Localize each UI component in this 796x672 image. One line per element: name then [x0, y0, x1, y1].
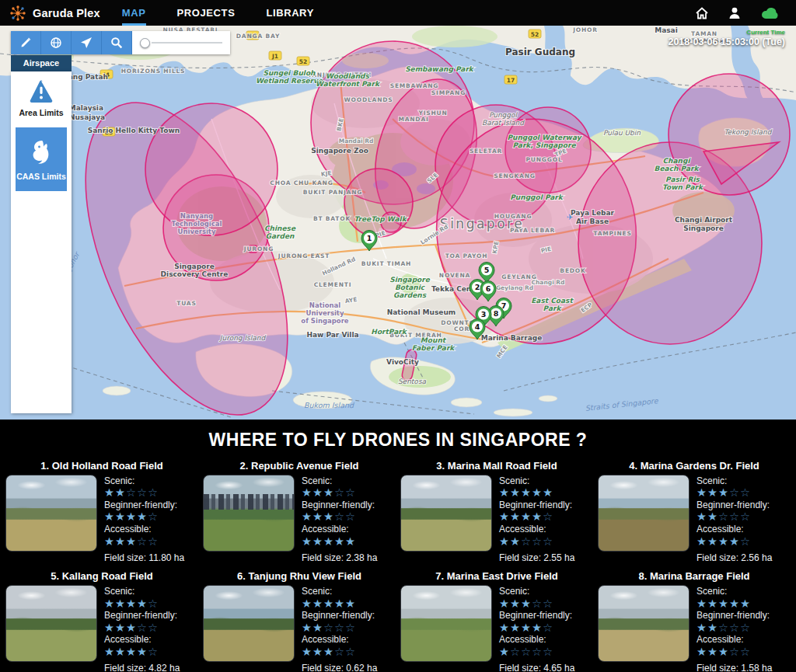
cloud-icon[interactable]	[760, 6, 780, 20]
map-label: Singapore Zoo	[311, 147, 368, 155]
star-filled: ★	[312, 486, 323, 499]
map-label: WOODLANDS	[344, 96, 393, 103]
star-empty: ☆	[510, 646, 521, 658]
star-filled: ★	[115, 510, 126, 523]
star-filled: ★	[532, 622, 543, 634]
field-card-4: 4. Marina Gardens Dr. FieldScenic:★★★☆☆B…	[598, 460, 791, 563]
accessible-stars: ★☆☆☆☆	[499, 646, 593, 659]
rating-label: Beginner-friendly:	[104, 610, 198, 621]
layer-caas-limits[interactable]: CAAS Limits	[16, 127, 67, 191]
scenic-stars: ★★★★★	[302, 597, 396, 611]
accessible-stars: ★★★☆☆	[104, 535, 198, 548]
star-filled: ★	[740, 597, 751, 610]
send-tool-button[interactable]	[72, 31, 102, 54]
star-empty: ☆	[345, 622, 356, 634]
road-shield: 52	[297, 57, 309, 65]
map-label: Punggol	[489, 111, 518, 119]
star-empty: ☆	[148, 597, 159, 610]
star-filled: ★	[696, 510, 707, 523]
field-size: Field size: 2.56 ha	[696, 552, 791, 563]
map-label: SENGKANG	[494, 172, 535, 179]
beginner-stars: ★★★★☆	[499, 510, 593, 524]
map-label: Punggol Waterway	[507, 134, 581, 141]
svg-text:6: 6	[486, 284, 491, 293]
star-empty: ☆	[148, 510, 159, 523]
brand[interactable]: Garuda Plex	[9, 5, 100, 22]
star-filled: ★	[345, 535, 356, 548]
map-label: Pulau Ubin	[603, 129, 641, 137]
map-canvas[interactable]: 525252J4E317J1 NUSA BESTARIDANGA BAYT IN…	[0, 26, 796, 420]
map-label: Gardens	[393, 291, 427, 299]
scenic-stars: ★★★★☆	[104, 597, 198, 611]
draw-tool-button[interactable]	[11, 31, 41, 54]
airspace-panel-tab[interactable]: Airspace	[11, 55, 72, 71]
star-filled: ★	[312, 597, 323, 610]
scenic-stars: ★★★★★	[499, 486, 593, 500]
star-filled: ★	[137, 510, 148, 523]
map-label: Technological	[172, 220, 222, 228]
svg-text:8: 8	[494, 309, 499, 318]
star-empty: ☆	[334, 510, 345, 523]
nav-item-library[interactable]: LIBRARY	[266, 0, 314, 26]
svg-text:52: 52	[531, 31, 539, 38]
star-filled: ★	[115, 535, 126, 548]
beginner-stars: ★★★☆☆	[104, 622, 198, 635]
field-title: 4. Marina Gardens Dr. Field	[598, 460, 791, 472]
map-label: TAMPINES	[593, 230, 631, 237]
map-label: Geylang Rd	[496, 284, 533, 291]
field-photo	[400, 585, 492, 662]
map-label: VivoCity	[386, 358, 419, 366]
rating-label: Scenic:	[499, 586, 593, 597]
star-empty: ☆	[148, 646, 159, 658]
map-label: Haw Par Villa	[306, 331, 358, 339]
field-title: 3. Marina Mall Road Field	[400, 460, 593, 472]
map-label: of Singapore	[301, 317, 349, 325]
slider-track[interactable]	[152, 42, 222, 44]
map-label: Chinese	[264, 225, 296, 232]
rating-label: Scenic:	[302, 586, 396, 597]
star-empty: ☆	[740, 510, 751, 523]
map-label: Mount	[421, 336, 447, 344]
star-empty: ☆	[740, 622, 751, 634]
search-tool-button[interactable]	[102, 31, 132, 54]
caas-zone	[344, 169, 413, 237]
nav-item-map[interactable]: MAP	[122, 0, 146, 26]
map-label: BEDOK	[560, 267, 586, 274]
map-label: KJE	[320, 169, 332, 178]
star-filled: ★	[104, 646, 115, 658]
field-ratings: Scenic:★★★☆☆Beginner-friendly:★★★☆☆Acces…	[302, 475, 396, 563]
star-filled: ★	[104, 597, 115, 610]
star-filled: ★	[115, 622, 126, 634]
map-label: KOTA MASAI	[681, 37, 728, 44]
globe-tool-button[interactable]	[41, 31, 72, 54]
slider-handle[interactable]	[140, 38, 150, 48]
map-label: Bukom Island	[304, 401, 354, 409]
rating-label: Accessible:	[302, 524, 396, 534]
star-filled: ★	[718, 486, 729, 499]
map-label: JURONG	[243, 245, 274, 252]
field-title: 1. Old Holland Road Field	[5, 460, 198, 472]
star-filled: ★	[323, 486, 334, 499]
map-label: SEMBAWANG	[390, 82, 439, 89]
home-icon[interactable]	[695, 6, 709, 20]
map-label: Pasir Gudang	[505, 47, 575, 57]
star-filled: ★	[499, 597, 510, 610]
map-label: Singapore	[174, 263, 215, 270]
field-photo	[203, 475, 295, 552]
field-title: 8. Marina Barrage Field	[598, 570, 791, 582]
accessible-stars: ★★★☆☆	[696, 646, 791, 659]
map-label: Sungei Buloh	[263, 69, 316, 77]
rating-label: Beginner-friendly:	[302, 610, 396, 621]
skyline-silhouette	[204, 494, 294, 509]
star-filled: ★	[302, 646, 312, 658]
star-filled: ★	[312, 510, 323, 523]
map-label: Changi Airport	[675, 216, 733, 224]
map-label: Waterfront Park	[316, 80, 381, 88]
field-photo	[5, 585, 97, 662]
star-filled: ★	[696, 535, 707, 548]
rating-label: Accessible:	[499, 634, 593, 645]
layer-area-limits[interactable]: Area Limits	[11, 71, 72, 117]
user-icon[interactable]	[728, 6, 742, 20]
rating-label: Scenic:	[696, 475, 791, 486]
nav-item-projects[interactable]: PROJECTS	[177, 0, 236, 26]
